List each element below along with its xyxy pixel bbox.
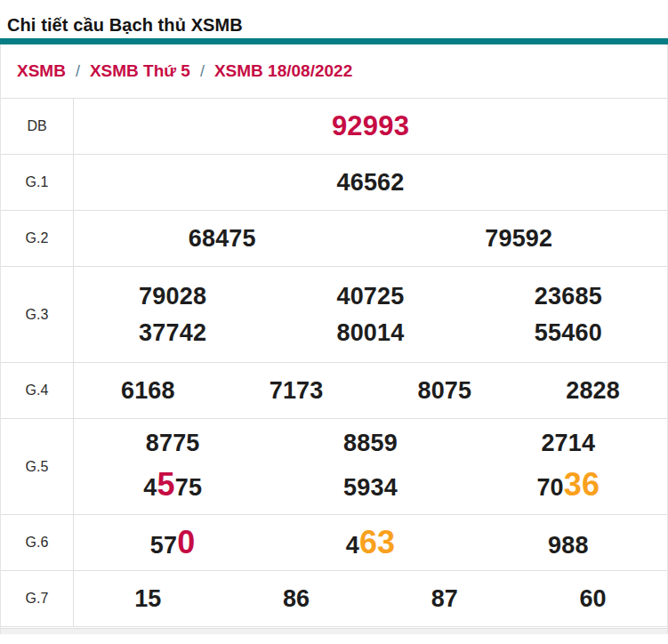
prize-values: 46562 [74, 155, 667, 210]
breadcrumb-link-xsmb[interactable]: XSMB [17, 61, 66, 81]
accent-bar [0, 38, 668, 44]
table-row: DB92993 [1, 99, 667, 155]
prize-label: G.6 [1, 515, 74, 570]
prize-value: 87 [371, 585, 519, 613]
bottom-strip [1, 628, 667, 634]
page-title: Chi tiết cầu Bạch thủ XSMB [0, 0, 668, 38]
prize-value-line: 46562 [74, 169, 667, 197]
breadcrumb-link-date[interactable]: XSMB 18/08/2022 [214, 61, 352, 81]
table-row: G.3790284072523685377428001455460 [1, 267, 667, 363]
prize-value: 8859 [271, 430, 469, 457]
prize-label: G.1 [1, 155, 74, 210]
prize-value-line: 790284072523685 [74, 283, 667, 310]
breadcrumb: XSMB / XSMB Thứ 5 / XSMB 18/08/2022 [1, 44, 667, 99]
prize-label: G.4 [1, 363, 74, 418]
prize-label: G.2 [1, 211, 74, 266]
prize-values: 877588592714457559347036 [74, 419, 667, 514]
prize-value: 46562 [74, 169, 667, 197]
prize-value: 68475 [74, 225, 371, 253]
prize-values: 6168717380752828 [74, 363, 667, 418]
prize-value: 86 [222, 585, 371, 613]
prize-value: 7173 [222, 377, 371, 405]
prize-value: 5934 [271, 474, 469, 502]
prize-value: 79028 [74, 283, 271, 310]
prize-value: 60 [519, 585, 667, 613]
prize-values: 570463988 [74, 515, 667, 570]
table-row: G.715868760 [1, 571, 667, 627]
prize-value: 80014 [271, 319, 469, 347]
prize-label: G.5 [1, 419, 74, 514]
prize-values: 790284072523685377428001455460 [74, 267, 667, 362]
prize-value: 8775 [74, 430, 271, 457]
prize-value: 570 [74, 524, 271, 561]
prize-value: 92993 [74, 110, 667, 142]
table-row: G.146562 [1, 155, 667, 211]
prize-value: 6168 [74, 377, 222, 405]
prize-label: DB [1, 99, 74, 154]
prize-value-line: 6847579592 [74, 225, 667, 253]
prize-values: 6847579592 [74, 211, 667, 266]
prize-value-line: 570463988 [74, 524, 667, 561]
prize-value: 40725 [271, 283, 469, 310]
prize-value-line: 15868760 [74, 585, 667, 613]
prize-table: DB92993G.146562G.26847579592G.3790284072… [1, 99, 667, 627]
prize-label: G.3 [1, 267, 74, 362]
prize-value-line: 377428001455460 [74, 319, 667, 347]
prize-value: 15 [74, 585, 222, 613]
breadcrumb-separator: / [200, 62, 205, 81]
table-row: G.46168717380752828 [1, 363, 667, 419]
prize-label: G.7 [1, 571, 74, 626]
prize-value-line: 457559347036 [74, 466, 667, 503]
prize-value-line: 92993 [74, 110, 667, 142]
content-box: XSMB / XSMB Thứ 5 / XSMB 18/08/2022 DB92… [0, 44, 668, 634]
prize-value: 2714 [470, 430, 667, 457]
prize-value: 4575 [74, 466, 271, 503]
prize-value: 7036 [470, 466, 667, 503]
prize-value: 2828 [519, 377, 667, 405]
prize-value: 8075 [371, 377, 519, 405]
prize-value: 79592 [371, 225, 668, 253]
table-row: G.6570463988 [1, 515, 667, 571]
prize-value: 988 [470, 532, 667, 559]
prize-value: 37742 [74, 319, 271, 347]
prize-value-line: 877588592714 [74, 430, 667, 457]
prize-value-line: 6168717380752828 [74, 377, 667, 405]
table-row: G.5877588592714457559347036 [1, 419, 667, 515]
prize-values: 92993 [74, 99, 667, 154]
breadcrumb-link-day[interactable]: XSMB Thứ 5 [90, 61, 190, 81]
prize-values: 15868760 [74, 571, 667, 626]
prize-value: 55460 [470, 319, 667, 347]
prize-value: 23685 [470, 283, 667, 310]
table-row: G.26847579592 [1, 211, 667, 267]
prize-value: 463 [271, 524, 469, 561]
breadcrumb-separator: / [76, 62, 80, 81]
